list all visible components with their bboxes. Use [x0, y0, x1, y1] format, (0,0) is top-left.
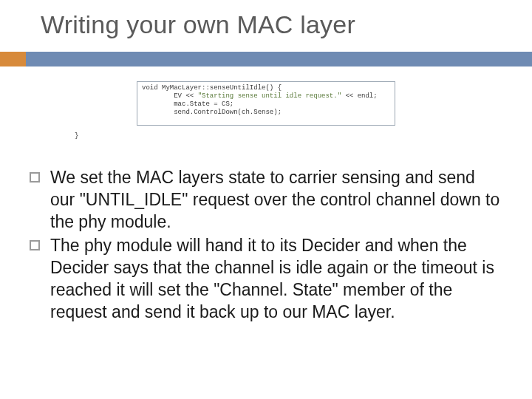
square-bullet-icon: [30, 240, 40, 250]
bullet-text: We set the MAC layers state to carrier s…: [50, 166, 502, 233]
code-line-5: send.ControlDown(ch.Sense);: [142, 109, 390, 117]
bullet-text: The phy module will hand it to its Decid…: [50, 234, 502, 323]
body-text: We set the MAC layers state to carrier s…: [30, 166, 502, 324]
slide-title: Writing your own MAC layer: [41, 10, 355, 39]
accent-bar-left: [0, 52, 26, 66]
stray-close-brace: }: [75, 132, 78, 140]
code-line-1: void MyMacLayer::senseUntilIdle() {: [142, 84, 390, 92]
code-snippet: void MyMacLayer::senseUntilIdle() { EV <…: [137, 81, 395, 126]
bullet-item: We set the MAC layers state to carrier s…: [30, 166, 502, 233]
bullet-item: The phy module will hand it to its Decid…: [30, 234, 502, 323]
code-line-2-post: << endl;: [341, 92, 378, 100]
square-bullet-icon: [30, 172, 40, 183]
code-line-2-string: "Starting sense until idle request.": [198, 92, 341, 100]
accent-bar: [0, 52, 532, 66]
accent-bar-right: [26, 52, 532, 66]
slide: Writing your own MAC layer void MyMacLay…: [0, 0, 532, 399]
code-line-2: EV << "Starting sense until idle request…: [142, 92, 390, 100]
code-line-3: mac.State = CS;: [142, 100, 390, 109]
code-line-2-indent: EV <<: [142, 92, 198, 100]
